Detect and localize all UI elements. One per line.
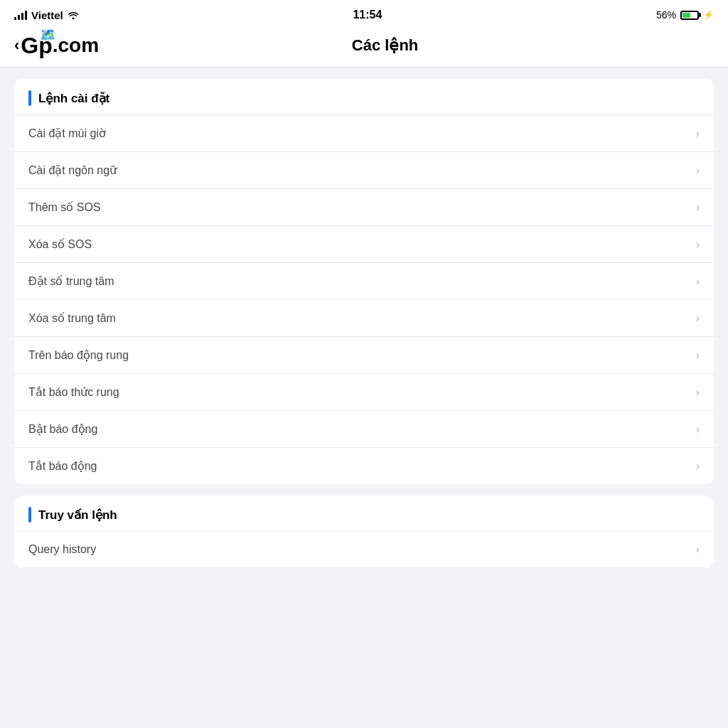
chevron-icon-vibrate-alarm-off: ›: [696, 386, 700, 399]
menu-item-del-center[interactable]: Xóa số trung tâm ›: [14, 299, 714, 336]
menu-item-add-sos[interactable]: Thêm số SOS ›: [14, 188, 714, 225]
menu-item-label-add-sos: Thêm số SOS: [28, 200, 101, 214]
status-left: Viettel: [14, 9, 79, 21]
menu-item-label-vibrate-alarm-off: Tắt báo thức rung: [28, 385, 119, 399]
menu-item-timezone[interactable]: Cài đặt múi giờ ›: [14, 114, 714, 151]
back-icon[interactable]: ‹: [14, 36, 19, 55]
battery-icon: [680, 11, 699, 20]
chevron-icon-vibrate-alarm-on: ›: [696, 349, 700, 362]
logo-gp: Gp🗺️: [21, 34, 52, 57]
chevron-icon-query-history: ›: [696, 543, 700, 556]
menu-item-language[interactable]: Cài đặt ngôn ngữ ›: [14, 151, 714, 188]
map-icon: 🗺️: [40, 28, 55, 41]
chevron-icon-language: ›: [696, 164, 700, 177]
chevron-icon-set-center: ›: [696, 275, 700, 288]
logo-p-map: p🗺️: [38, 34, 53, 57]
section-indicator-1: [28, 90, 31, 106]
chevron-icon-del-sos: ›: [696, 238, 700, 251]
menu-item-vibrate-alarm-off[interactable]: Tắt báo thức rung ›: [14, 373, 714, 410]
chevron-icon-alarm-off: ›: [696, 460, 700, 473]
menu-item-label-del-sos: Xóa số SOS: [28, 237, 92, 251]
battery-percent: 56%: [656, 9, 676, 21]
menu-item-label-vibrate-alarm-on: Trên báo động rung: [28, 348, 129, 362]
menu-item-label-alarm-off: Tắt báo động: [28, 459, 97, 473]
header: ‹ Gp🗺️ .com Các lệnh: [0, 27, 728, 68]
section-header-2: Truy vấn lệnh: [14, 496, 714, 531]
menu-item-del-sos[interactable]: Xóa số SOS ›: [14, 225, 714, 262]
logo-g: G: [21, 33, 38, 58]
logo-dotcom: .com: [53, 34, 99, 57]
section-title-2: Truy vấn lệnh: [38, 508, 117, 523]
menu-item-alarm-off[interactable]: Tắt báo động ›: [14, 447, 714, 484]
menu-item-label-set-center: Đặt số trung tâm: [28, 274, 114, 288]
menu-item-alarm-on[interactable]: Bật báo động ›: [14, 410, 714, 447]
battery-indicator: [680, 11, 699, 20]
signal-bars: [14, 10, 27, 20]
wifi-icon: [68, 9, 79, 21]
section-header-1: Lệnh cài đặt: [14, 79, 714, 114]
menu-item-label-timezone: Cài đặt múi giờ: [28, 127, 106, 140]
menu-item-query-history[interactable]: Query history ›: [14, 531, 714, 567]
chevron-icon-del-center: ›: [696, 312, 700, 325]
menu-item-label-language: Cài đặt ngôn ngữ: [28, 164, 117, 177]
menu-item-label-del-center: Xóa số trung tâm: [28, 311, 116, 325]
status-right: 56% ⚡: [656, 9, 714, 21]
menu-item-label-alarm-on: Bật báo động: [28, 422, 97, 436]
section-title-1: Lệnh cài đặt: [38, 91, 109, 106]
status-bar: Viettel 11:54 56% ⚡: [0, 0, 728, 27]
charging-icon: ⚡: [703, 10, 714, 20]
chevron-icon-timezone: ›: [696, 127, 700, 140]
content: Lệnh cài đặt Cài đặt múi giờ › Cài đặt n…: [0, 68, 728, 579]
battery-fill: [682, 13, 690, 18]
card-lenh-cai-dat: Lệnh cài đặt Cài đặt múi giờ › Cài đặt n…: [14, 79, 714, 484]
page-title: Các lệnh: [99, 36, 714, 55]
section-indicator-2: [28, 507, 31, 523]
status-time: 11:54: [353, 9, 382, 21]
logo-area: ‹ Gp🗺️ .com: [14, 34, 99, 57]
carrier-name: Viettel: [31, 9, 63, 21]
card-truy-van-lenh: Truy vấn lệnh Query history ›: [14, 496, 714, 567]
chevron-icon-alarm-on: ›: [696, 423, 700, 436]
menu-item-label-query-history: Query history: [28, 543, 96, 556]
menu-item-vibrate-alarm-on[interactable]: Trên báo động rung ›: [14, 336, 714, 373]
menu-item-set-center[interactable]: Đặt số trung tâm ›: [14, 262, 714, 299]
chevron-icon-add-sos: ›: [696, 201, 700, 214]
